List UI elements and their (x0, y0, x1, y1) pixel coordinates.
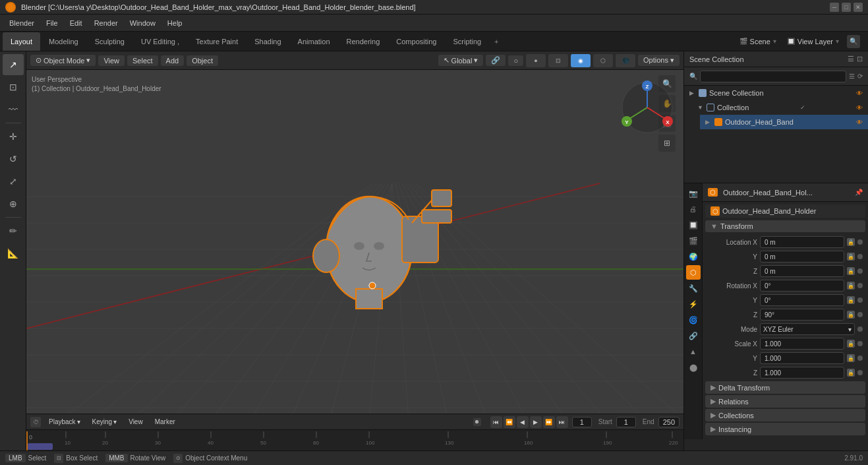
collection-visibility[interactable]: 👁 (856, 104, 863, 111)
play-reverse-button[interactable]: ◀ (517, 416, 529, 428)
location-z-value[interactable]: 0 m (760, 265, 844, 277)
select-menu-button[interactable]: Select (127, 55, 158, 66)
view-menu-button[interactable]: View (98, 55, 125, 66)
maximize-button[interactable]: □ (842, 3, 851, 12)
scale-y-lock[interactable]: 🔒 (847, 354, 855, 362)
scale-z-lock[interactable]: 🔒 (847, 369, 855, 377)
timeline-content[interactable]: 0 10 20 30 40 50 (26, 430, 683, 450)
prev-keyframe-button[interactable]: ⏪ (504, 416, 515, 428)
outliner-filter-toggle[interactable]: ☰ (849, 73, 855, 80)
rotate-tool-button[interactable]: ↺ (3, 148, 24, 170)
keying-menu-button[interactable]: Keying ▾ (88, 418, 121, 426)
prop-data-icon[interactable]: ▲ (686, 344, 701, 359)
jump-start-button[interactable]: ⏮ (490, 416, 502, 428)
object-mode-button[interactable]: ⊙ Object Mode ▾ (30, 55, 96, 66)
tab-texture-paint[interactable]: Texture Paint (188, 32, 246, 51)
prop-physics-icon[interactable]: 🌀 (686, 313, 701, 327)
pin-icon[interactable]: 📌 (855, 189, 863, 196)
scale-tool-button[interactable]: ⤢ (3, 171, 24, 192)
measure-button[interactable]: 📐 (3, 243, 24, 264)
next-keyframe-button[interactable]: ⏩ (543, 416, 555, 428)
relations-header[interactable]: ▶ Relations (705, 395, 865, 408)
axis-gizmo[interactable]: Z Y X (618, 78, 677, 137)
annotate-button[interactable]: ✏ (3, 220, 24, 241)
current-frame-input[interactable]: 1 (572, 417, 592, 427)
object-menu-button[interactable]: Object (187, 55, 218, 66)
rotation-mode-key[interactable] (857, 326, 863, 332)
rotation-y-lock[interactable]: 🔒 (847, 296, 855, 304)
location-x-key[interactable] (857, 239, 863, 245)
scale-y-value[interactable]: 1.000 (760, 352, 844, 364)
menu-edit[interactable]: Edit (65, 18, 88, 28)
prop-view-layer-icon[interactable]: 🔲 (686, 218, 701, 232)
timeline-type-button[interactable]: ⏱ (30, 417, 41, 427)
scale-z-key[interactable] (857, 370, 863, 375)
location-y-key[interactable] (857, 254, 863, 259)
rotation-mode-select[interactable]: XYZ Euler ▾ (760, 323, 855, 335)
rotation-x-lock[interactable]: 🔒 (847, 282, 855, 290)
shading-rendered-button[interactable]: 🌑 (616, 54, 635, 67)
box-select-button[interactable]: ⊡ (3, 77, 24, 98)
delta-transform-header[interactable]: ▶ Delta Transform (705, 381, 865, 394)
tab-rendering[interactable]: Rendering (339, 32, 388, 51)
end-frame-input[interactable]: 250 (658, 417, 680, 427)
location-z-lock[interactable]: 🔒 (847, 267, 855, 275)
collection-check-icon[interactable]: ✓ (800, 104, 805, 111)
frame-range-indicator[interactable] (28, 443, 53, 450)
jump-end-button[interactable]: ⏭ (556, 416, 568, 428)
outliner-sync-button[interactable]: ⟳ (857, 73, 863, 80)
instancing-header[interactable]: ▶ Instancing (705, 423, 865, 435)
snap-button[interactable]: 🔗 (486, 55, 506, 66)
tab-modeling[interactable]: Modeling (41, 32, 86, 51)
location-x-value[interactable]: 0 m (760, 236, 844, 248)
prop-particles-icon[interactable]: ⚡ (686, 297, 701, 311)
collections-header[interactable]: ▶ Collections (705, 409, 865, 421)
rotation-x-key[interactable] (857, 283, 863, 288)
shading-dot-button[interactable]: ● (526, 54, 546, 67)
rotation-x-value[interactable]: 0° (760, 280, 844, 292)
tab-sculpting[interactable]: Sculpting (87, 32, 132, 51)
rotation-z-lock[interactable]: 🔒 (847, 311, 855, 319)
3d-scene[interactable]: User Perspective (1) Collection | Outdoo… (26, 51, 683, 414)
tab-compositing[interactable]: Compositing (388, 32, 444, 51)
shading-solid-button[interactable]: ◉ (571, 54, 591, 67)
scene-collection-visibility[interactable]: 👁 (856, 90, 863, 97)
prop-modifier-icon[interactable]: 🔧 (686, 281, 701, 295)
rotation-z-value[interactable]: 90° (760, 309, 844, 321)
location-z-key[interactable] (857, 268, 863, 274)
location-y-value[interactable]: 0 m (760, 251, 844, 263)
menu-window[interactable]: Window (125, 18, 161, 28)
prop-constraints-icon[interactable]: 🔗 (686, 328, 701, 343)
shading-material-button[interactable]: ⬡ (593, 54, 613, 67)
outliner-filter-button[interactable]: ☰ (848, 55, 854, 63)
close-button[interactable]: ✕ (854, 3, 863, 12)
transform-section-header[interactable]: ▼ Transform (705, 220, 865, 232)
outliner-collection-item[interactable]: ▼ Collection ✓ 👁 (692, 100, 868, 115)
menu-file[interactable]: File (41, 18, 63, 28)
prop-material-icon[interactable]: ⬤ (686, 360, 701, 375)
transform-mode-button[interactable]: ↖ Global ▾ (438, 55, 484, 66)
rotation-z-key[interactable] (857, 312, 863, 317)
tab-uv-editing[interactable]: UV Editing , (133, 32, 187, 51)
outliner-search-input[interactable] (700, 71, 846, 82)
move-tool-button[interactable]: ✛ (3, 126, 24, 147)
scale-x-lock[interactable]: 🔒 (847, 340, 855, 348)
select-tool-button[interactable]: ↗ (3, 54, 24, 75)
playback-menu-button[interactable]: Playback ▾ (45, 418, 84, 426)
shading-wireframe-button[interactable]: ⊡ (548, 54, 568, 67)
marker-menu-button[interactable]: Marker (151, 418, 179, 426)
scale-y-key[interactable] (857, 356, 863, 361)
menu-blender[interactable]: Blender (4, 18, 40, 28)
view-menu-tl-button[interactable]: View (125, 418, 147, 426)
options-button[interactable]: Options ▾ (638, 55, 680, 66)
scale-z-value[interactable]: 1.000 (760, 367, 844, 379)
add-menu-button[interactable]: Add (161, 55, 185, 66)
scale-x-value[interactable]: 1.000 (760, 338, 844, 350)
prop-render-icon[interactable]: 📷 (686, 186, 701, 201)
scale-x-key[interactable] (857, 341, 863, 346)
tab-shading[interactable]: Shading (246, 32, 289, 51)
menu-render[interactable]: Render (89, 18, 123, 28)
rotation-y-key[interactable] (857, 297, 863, 303)
minimize-button[interactable]: ─ (830, 3, 839, 12)
filter-button[interactable]: 🔍 (847, 35, 860, 48)
